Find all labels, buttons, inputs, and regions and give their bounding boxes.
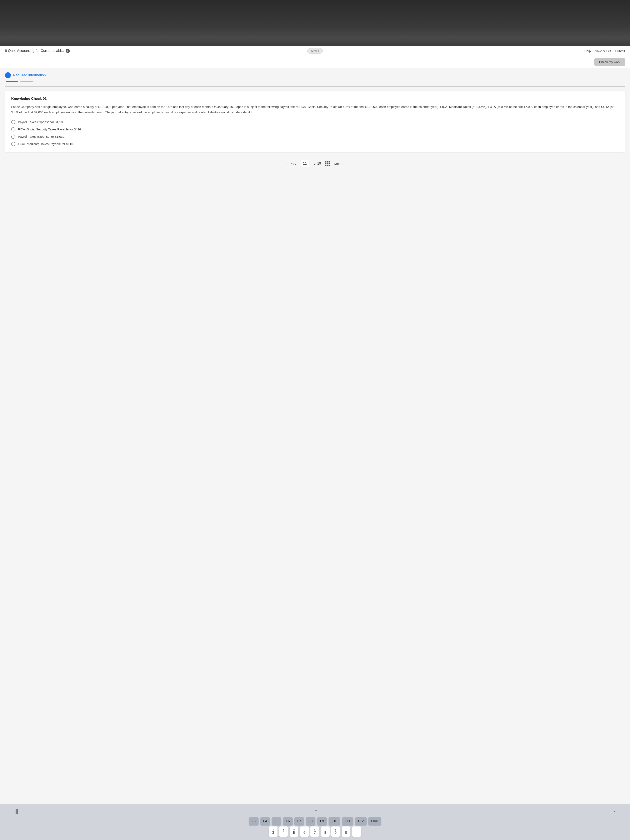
page-number-input[interactable]	[300, 160, 309, 167]
progress-line-gray	[21, 81, 33, 82]
check-my-work-button[interactable]: Check my work	[594, 58, 625, 66]
radio-4[interactable]	[11, 142, 16, 146]
key-minus[interactable]: _ —	[352, 826, 361, 837]
radio-2[interactable]	[11, 127, 16, 131]
answer-option-4[interactable]: FICA–Medicare Taxes Payable for $116.	[11, 142, 619, 146]
radio-3[interactable]	[11, 134, 16, 139]
answer-option-2[interactable]: FICA–Social Security Taxes Payable for $…	[11, 127, 619, 131]
key-5[interactable]: % 5	[290, 826, 298, 837]
key-f9[interactable]: F9	[317, 817, 327, 825]
key-f8[interactable]: F8	[306, 817, 316, 825]
next-label: Next	[334, 162, 340, 166]
header-left: 9 Quiz: Accounting for Current Liabi... …	[5, 49, 70, 53]
function-keys-row: F3 F4 F5 F6 F7 F8 F9 F10 F11 F12 Finder	[4, 817, 626, 825]
prev-label: Prev	[290, 162, 296, 166]
answer-label-4: FICA–Medicare Taxes Payable for $116.	[18, 142, 74, 146]
submit-button[interactable]: Submit	[615, 49, 625, 53]
key-3[interactable]: # 3	[269, 826, 278, 837]
key-f7[interactable]: F7	[294, 817, 304, 825]
keyboard-area: ||| ○ ‹ F3 F4 F5 F6 F7 F8 F9 F10 F11 F12…	[0, 804, 630, 840]
radio-1[interactable]	[11, 120, 16, 124]
key-f10[interactable]: F10	[328, 817, 340, 825]
answer-option-3[interactable]: Payroll Taxes Expense for $1,032.	[11, 134, 619, 139]
navigation-bar: ‹ Prev of 19 Next ›	[5, 156, 625, 167]
app-header: 9 Quiz: Accounting for Current Liabi... …	[0, 46, 630, 56]
nav-controls-row: ||| ○ ‹	[4, 807, 626, 816]
question-title: Knowledge Check 01	[11, 97, 619, 101]
back-button[interactable]: ‹	[612, 808, 617, 815]
full-divider	[5, 86, 625, 87]
progress-lines	[5, 81, 625, 82]
menu-button[interactable]: |||	[13, 808, 20, 815]
key-f3[interactable]: F3	[249, 817, 259, 825]
check-work-bar: Check my work	[0, 56, 630, 68]
answer-label-3: Payroll Taxes Expense for $1,032.	[18, 134, 65, 139]
key-6[interactable]: ^ 6	[300, 826, 309, 837]
key-4[interactable]: $ 4	[279, 826, 288, 837]
of-pages-text: of 19	[314, 162, 321, 166]
key-f6[interactable]: F6	[283, 817, 293, 825]
prev-button[interactable]: ‹ Prev	[287, 162, 296, 166]
next-arrow-icon: ›	[342, 162, 343, 165]
question-body: Lopez Company has a single employee, who…	[11, 104, 619, 115]
exclamation-icon: !	[5, 72, 11, 78]
main-content: ! Required information Knowledge Check 0…	[0, 68, 630, 804]
number-keys-row: # 3 $ 4 % 5 ^ 6 & 7 * 8	[4, 826, 626, 837]
save-exit-button[interactable]: Save & Exit	[595, 49, 611, 53]
progress-line-red	[6, 81, 18, 82]
required-info-label: Required information	[13, 73, 46, 77]
key-0[interactable]: ) 0	[342, 826, 351, 837]
answer-label-2: FICA–Social Security Taxes Payable for $…	[18, 127, 82, 131]
page-title: 9 Quiz: Accounting for Current Liabi...	[5, 49, 64, 53]
saved-badge: Saved	[307, 48, 323, 54]
key-f11[interactable]: F11	[342, 817, 354, 825]
key-finder[interactable]: Finder	[368, 817, 381, 825]
header-right: Help Save & Exit Submit	[584, 49, 625, 53]
info-icon[interactable]: i	[66, 49, 70, 53]
help-button[interactable]: Help	[584, 49, 591, 53]
prev-arrow-icon: ‹	[287, 162, 289, 165]
grid-view-icon[interactable]	[325, 161, 330, 166]
home-button[interactable]: ○	[313, 808, 319, 815]
required-info-bar: ! Required information	[5, 72, 625, 78]
answer-options: Payroll Taxes Expense for $1,108. FICA–S…	[11, 120, 619, 146]
key-f4[interactable]: F4	[260, 817, 270, 825]
answer-option-1[interactable]: Payroll Taxes Expense for $1,108.	[11, 120, 619, 124]
key-7[interactable]: & 7	[310, 826, 319, 837]
answer-label-1: Payroll Taxes Expense for $1,108.	[18, 120, 65, 124]
key-9[interactable]: ( 9	[331, 826, 340, 837]
key-f12[interactable]: F12	[355, 817, 367, 825]
key-f5[interactable]: F5	[272, 817, 281, 825]
question-card: Knowledge Check 01 Lopez Company has a s…	[5, 91, 625, 152]
key-8[interactable]: * 8	[321, 826, 330, 837]
next-button[interactable]: Next ›	[334, 162, 343, 166]
